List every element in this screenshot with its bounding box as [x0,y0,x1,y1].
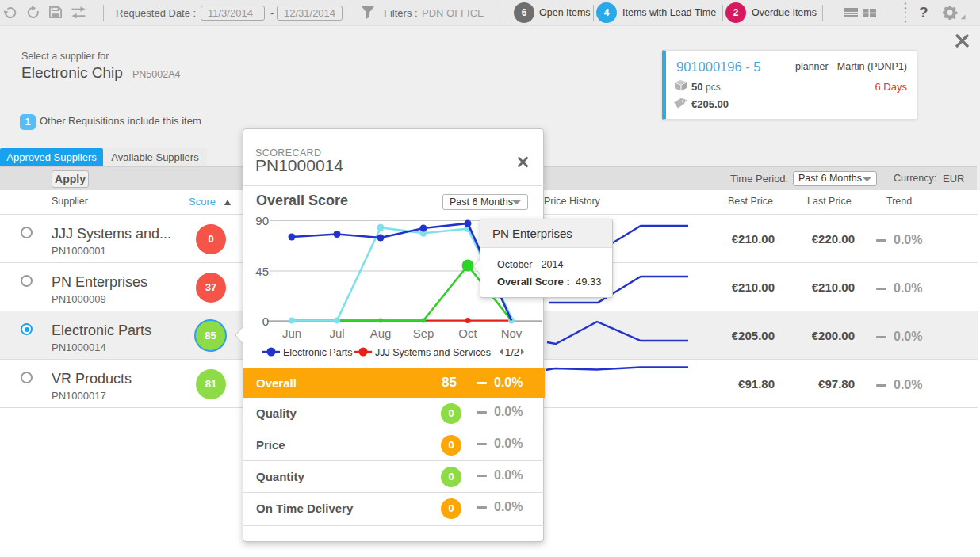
svg-text:JJJ Systems and Services: JJJ Systems and Services [375,347,491,358]
svg-text:90: 90 [255,214,269,227]
svg-text:Jun: Jun [282,326,301,340]
svg-text:Electronic Parts: Electronic Parts [283,347,353,358]
svg-text:45: 45 [255,265,269,278]
svg-text:1/2: 1/2 [505,346,519,358]
svg-text:Jul: Jul [329,326,344,340]
svg-text:Oct: Oct [458,326,477,340]
svg-text:Nov: Nov [501,326,523,340]
svg-text:Aug: Aug [370,326,392,340]
svg-text:0: 0 [262,315,269,328]
svg-text:Sep: Sep [413,326,434,340]
